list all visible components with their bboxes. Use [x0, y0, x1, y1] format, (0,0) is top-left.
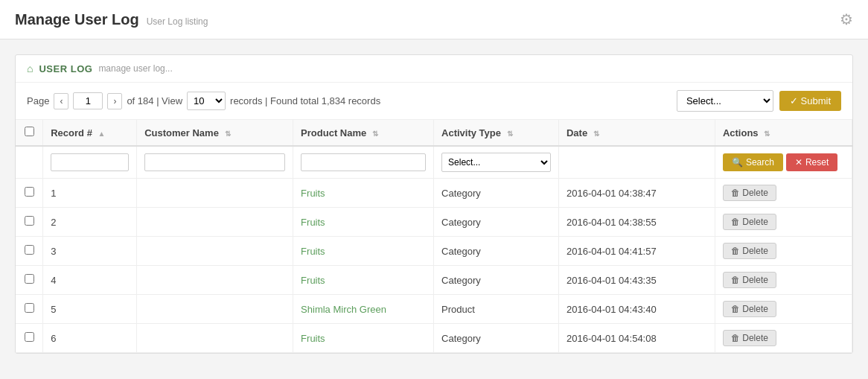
delete-button[interactable]: 🗑 Delete	[723, 272, 776, 288]
table-filter-row: Select... Category Product 🔍 🔍 Search	[16, 146, 852, 179]
col-header-product: Product Name ⇅	[293, 120, 434, 146]
table-row: 1 Fruits Category 2016-04-01 04:38:47 🗑 …	[16, 179, 852, 208]
product-link[interactable]: Fruits	[301, 275, 325, 286]
row-date: 2016-04-01 04:43:35	[558, 266, 715, 295]
bulk-action-select[interactable]: Select... Delete Selected	[677, 90, 773, 112]
panel-title: USER LOG	[39, 63, 92, 74]
table-row: 5 Shimla Mirch Green Product 2016-04-01 …	[16, 295, 852, 324]
row-record: 5	[43, 295, 137, 324]
delete-button[interactable]: 🗑 Delete	[723, 243, 776, 259]
row-date: 2016-04-01 04:38:55	[558, 208, 715, 237]
row-customer	[137, 237, 293, 266]
sort-record-icon[interactable]: ▲	[98, 130, 106, 138]
col-header-activity: Activity Type ⇅	[434, 120, 559, 146]
search-icon: 🔍	[732, 157, 743, 168]
delete-button[interactable]: 🗑 Delete	[723, 301, 776, 317]
row-checkbox[interactable]	[25, 303, 34, 313]
records-label: records | Found total 1,834 records	[230, 95, 380, 106]
row-record: 6	[43, 324, 137, 353]
home-icon: ⌂	[27, 63, 33, 74]
row-checkbox-cell	[16, 237, 43, 266]
table-header-row: Record # ▲ Customer Name ⇅ Product Name …	[16, 120, 852, 146]
panel-description: manage user log...	[98, 63, 172, 74]
submit-button[interactable]: ✓ Submit	[779, 91, 841, 111]
row-checkbox[interactable]	[25, 332, 34, 342]
product-link[interactable]: Fruits	[301, 246, 325, 257]
row-product: Shimla Mirch Green	[293, 295, 434, 324]
table-row: 2 Fruits Category 2016-04-01 04:38:55 🗑 …	[16, 208, 852, 237]
row-activity: Product	[434, 295, 559, 324]
row-product: Fruits	[293, 266, 434, 295]
row-activity: Category	[434, 266, 559, 295]
row-customer	[137, 179, 293, 208]
product-link[interactable]: Fruits	[301, 217, 325, 228]
filter-product-input[interactable]	[301, 153, 426, 171]
gear-icon[interactable]: ⚙	[840, 10, 853, 28]
view-select[interactable]: 10 25 50 100	[187, 92, 226, 110]
product-link[interactable]: Fruits	[301, 188, 325, 199]
x-icon: ✕	[795, 157, 802, 168]
filter-customer-input[interactable]	[144, 153, 285, 171]
panel-toolbar: Page ‹ › of 184 | View 10 25 50 100 reco…	[16, 83, 852, 120]
col-header-record: Record # ▲	[43, 120, 137, 146]
panel-header: ⌂ USER LOG manage user log...	[16, 55, 852, 83]
page-subtitle: User Log listing	[147, 16, 208, 27]
row-activity: Category	[434, 324, 559, 353]
filter-record-input[interactable]	[51, 153, 129, 171]
row-activity: Category	[434, 179, 559, 208]
row-record: 1	[43, 179, 137, 208]
row-date: 2016-04-01 04:54:08	[558, 324, 715, 353]
search-button[interactable]: 🔍 🔍 Search Search	[723, 153, 783, 171]
delete-button[interactable]: 🗑 Delete	[723, 330, 776, 346]
row-actions: 🗑 Delete	[715, 237, 852, 266]
row-checkbox[interactable]	[25, 274, 34, 284]
reset-button[interactable]: ✕ Reset	[786, 153, 837, 171]
filter-actions-cell: 🔍 🔍 Search Search ✕ Reset	[715, 146, 852, 179]
row-actions: 🗑 Delete	[715, 324, 852, 353]
row-date: 2016-04-01 04:41:57	[558, 237, 715, 266]
row-date: 2016-04-01 04:38:47	[558, 179, 715, 208]
sort-activity-icon[interactable]: ⇅	[507, 130, 513, 138]
toolbar-right: Select... Delete Selected ✓ Submit	[677, 90, 841, 112]
filter-record-cell	[43, 146, 137, 179]
row-checkbox-cell	[16, 266, 43, 295]
filter-customer-cell	[137, 146, 293, 179]
table-row: 4 Fruits Category 2016-04-01 04:43:35 🗑 …	[16, 266, 852, 295]
sort-date-icon[interactable]: ⇅	[593, 130, 599, 138]
row-date: 2016-04-01 04:43:40	[558, 295, 715, 324]
next-page-button[interactable]: ›	[107, 93, 122, 109]
col-header-actions: Actions ⇅	[715, 120, 852, 146]
sort-actions-icon[interactable]: ⇅	[764, 130, 770, 138]
row-product: Fruits	[293, 324, 434, 353]
row-customer	[137, 295, 293, 324]
prev-page-button[interactable]: ‹	[54, 93, 68, 109]
row-checkbox[interactable]	[25, 245, 34, 255]
row-checkbox-cell	[16, 179, 43, 208]
delete-button[interactable]: 🗑 Delete	[723, 185, 776, 201]
sort-product-icon[interactable]: ⇅	[372, 130, 378, 138]
filter-product-cell	[293, 146, 434, 179]
filter-activity-select[interactable]: Select... Category Product	[441, 153, 551, 172]
product-link[interactable]: Shimla Mirch Green	[301, 304, 386, 315]
row-activity: Category	[434, 237, 559, 266]
col-header-date: Date ⇅	[558, 120, 715, 146]
sort-customer-icon[interactable]: ⇅	[225, 130, 231, 138]
col-header-customer: Customer Name ⇅	[137, 120, 293, 146]
filter-date-cell	[558, 146, 715, 179]
row-actions: 🗑 Delete	[715, 179, 852, 208]
main-panel: ⌂ USER LOG manage user log... Page ‹ › o…	[15, 54, 853, 354]
row-record: 3	[43, 237, 137, 266]
table-row: 6 Fruits Category 2016-04-01 04:54:08 🗑 …	[16, 324, 852, 353]
select-all-checkbox[interactable]	[25, 127, 34, 136]
row-customer	[137, 266, 293, 295]
row-checkbox-cell	[16, 324, 43, 353]
col-header-checkbox	[16, 120, 43, 146]
row-product: Fruits	[293, 237, 434, 266]
page-number-input[interactable]	[73, 92, 103, 109]
row-product: Fruits	[293, 208, 434, 237]
product-link[interactable]: Fruits	[301, 333, 325, 344]
row-checkbox[interactable]	[25, 216, 34, 226]
row-activity: Category	[434, 208, 559, 237]
row-checkbox[interactable]	[25, 187, 34, 197]
delete-button[interactable]: 🗑 Delete	[723, 214, 776, 230]
